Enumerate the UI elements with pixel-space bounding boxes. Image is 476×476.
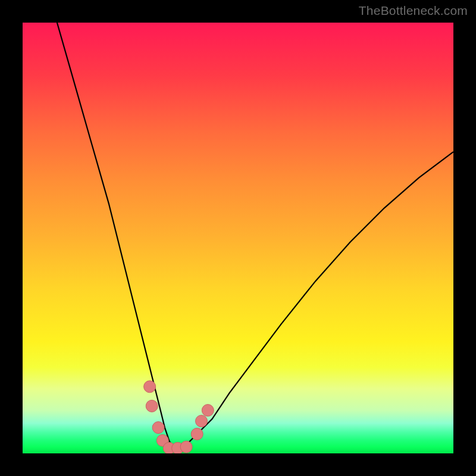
chart-frame	[0, 0, 476, 476]
watermark-text: TheBottleneck.com	[359, 4, 468, 18]
